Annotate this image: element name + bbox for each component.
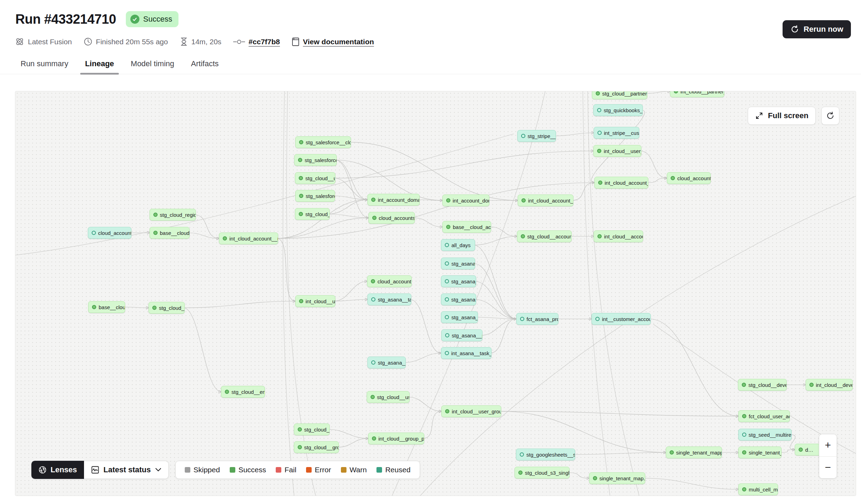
graph-node-label: stg_cloud_…: [304, 427, 330, 433]
graph-node[interactable]: stg_cloud__devel…: [738, 379, 787, 391]
graph-node-label: stg_cloud__devel…: [748, 382, 787, 388]
graph-node[interactable]: single_tenant_mapp…: [666, 446, 722, 458]
graph-node[interactable]: int_cloud__partner_con…: [670, 91, 724, 97]
graph-node[interactable]: stg_googlesheets__sin…: [516, 449, 575, 460]
graph-node-label: stg_asana__…: [451, 314, 478, 320]
graph-node[interactable]: stg_asana__…: [441, 311, 478, 323]
graph-node-label: stg_cloud__email…: [231, 389, 265, 395]
lenses-button[interactable]: Lenses: [31, 461, 84, 479]
graph-node-label: int_cloud_account__m…: [229, 236, 278, 242]
graph-node-label: stg_salesforce__cloud_…: [306, 139, 351, 145]
graph-node[interactable]: cloud_account…: [667, 172, 711, 184]
graph-node[interactable]: cloud_account…: [367, 275, 412, 287]
commit-hash-link[interactable]: #cc7f7b8: [249, 38, 280, 46]
graph-node[interactable]: int_account_dom…: [442, 194, 489, 206]
success-status-icon: [670, 450, 674, 455]
lineage-canvas[interactable]: stg_salesforce__cloud_…stg_salesforce_…s…: [15, 91, 856, 496]
graph-node[interactable]: int_cloud_account_ma…: [594, 177, 648, 189]
graph-node-label: int_asana__task_s…: [451, 350, 492, 356]
graph-node[interactable]: int_cloud__user_ac…: [593, 145, 641, 157]
graph-node[interactable]: stg_cloud_region…: [150, 209, 196, 221]
graph-node[interactable]: int_cloud__devel…: [806, 379, 853, 391]
graph-node[interactable]: int_asana__task_s…: [441, 347, 492, 359]
success-status-icon: [299, 194, 303, 198]
graph-node[interactable]: all_days: [441, 239, 475, 251]
legend-item-warn: Warn: [341, 466, 367, 474]
graph-node[interactable]: stg_asana__pr…: [441, 329, 482, 341]
reused-status-icon: [595, 317, 600, 321]
meta-docs: View documentation: [292, 37, 374, 46]
refresh-lineage-button[interactable]: [821, 107, 839, 125]
graph-node-label: single_tenant_…: [749, 450, 782, 456]
graph-node[interactable]: stg_cloud__group…: [294, 441, 339, 453]
graph-node[interactable]: stg_salesforce…: [295, 190, 335, 202]
graph-node[interactable]: int__customer_account…: [592, 313, 651, 325]
tab-run-summary[interactable]: Run summary: [20, 57, 69, 74]
graph-node[interactable]: stg_cloud__…: [295, 208, 330, 220]
graph-node[interactable]: cloud_accounts_…: [368, 212, 415, 224]
reused-status-icon: [742, 433, 746, 437]
success-status-icon: [521, 198, 526, 203]
graph-node-label: stg_cloud_…: [159, 305, 185, 311]
graph-node[interactable]: stg_cloud__partner_c…: [592, 91, 647, 99]
zoom-controls: + −: [819, 434, 837, 479]
graph-node[interactable]: fct_cloud_user_acc…: [738, 410, 790, 422]
graph-node[interactable]: stg_cloud__email…: [221, 386, 265, 398]
success-status-icon: [742, 383, 746, 387]
graph-node[interactable]: cloud_account…: [88, 227, 131, 239]
graph-node[interactable]: stg_seed__multireg…: [738, 429, 792, 441]
graph-node[interactable]: base__cloud_…: [150, 227, 190, 239]
graph-node[interactable]: stg_cloud_…: [148, 302, 185, 314]
graph-node[interactable]: base__cloud_acco…: [442, 221, 491, 233]
tab-artifacts[interactable]: Artifacts: [190, 57, 219, 74]
graph-node[interactable]: stg_asana_…: [441, 275, 476, 287]
graph-node[interactable]: int_cloud__us…: [295, 295, 335, 307]
graph-node[interactable]: stg_quickbooks__a…: [593, 104, 643, 116]
tab-lineage[interactable]: Lineage: [84, 57, 115, 74]
tab-model-timing[interactable]: Model timing: [130, 57, 175, 74]
graph-node[interactable]: int_cloud_account__m…: [219, 232, 278, 244]
graph-node-label: single_tenant_map…: [600, 475, 645, 481]
graph-node[interactable]: stg_cloud__us…: [367, 391, 410, 403]
success-status-icon: [298, 445, 302, 449]
graph-node-label: cloud_account…: [98, 230, 131, 236]
legend-swatch-success: [230, 467, 235, 473]
graph-node-label: int_cloud__user_group…: [452, 408, 501, 414]
graph-node[interactable]: multi_cell_m…: [738, 483, 778, 495]
graph-node[interactable]: stg_asana…: [441, 293, 476, 305]
lineage-edges: [15, 91, 856, 496]
graph-node-label: int_cloud__devel…: [816, 382, 853, 388]
graph-node[interactable]: stg_asana__…: [367, 357, 406, 368]
full-screen-button[interactable]: Full screen: [748, 107, 816, 125]
graph-node[interactable]: stg_cloud_s3_singl…: [515, 467, 570, 479]
lens-selector[interactable]: Latest status: [84, 461, 169, 479]
graph-node[interactable]: int_cloud_account_ma…: [518, 194, 573, 206]
graph-node[interactable]: fct_asana_proj…: [516, 313, 558, 325]
graph-node-label: cloud_account…: [378, 278, 412, 284]
graph-node[interactable]: stg_cloud_…: [294, 423, 330, 435]
graph-node[interactable]: base__clou…: [88, 301, 125, 313]
rerun-now-button[interactable]: Rerun now: [783, 20, 851, 38]
graph-node[interactable]: stg_salesforce_…: [294, 154, 337, 166]
graph-node[interactable]: int_cloud__user_group…: [441, 405, 501, 417]
run-lineage-page: Run #433214710 Success Latest Fusion: [0, 0, 861, 504]
graph-node[interactable]: stg_asana…: [441, 258, 475, 269]
zoom-in-button[interactable]: +: [819, 434, 837, 457]
graph-node[interactable]: int_stripe__custo…: [594, 127, 639, 139]
success-status-icon: [153, 213, 158, 217]
graph-node[interactable]: single_tenant_…: [738, 446, 782, 458]
graph-node[interactable]: stg_asana__tas…: [367, 293, 411, 305]
success-status-icon: [152, 306, 157, 310]
graph-node[interactable]: stg_cloud__us…: [295, 172, 335, 184]
graph-node[interactable]: single_tenant_map…: [589, 472, 645, 484]
graph-node[interactable]: int_cloud__accoun…: [594, 230, 643, 242]
graph-node[interactable]: stg_salesforce__cloud_…: [295, 136, 351, 148]
graph-node-label: int_cloud_account_ma…: [605, 180, 648, 186]
graph-node[interactable]: stg_cloud__accounts…: [517, 230, 572, 242]
graph-node[interactable]: stg_stripe__c…: [517, 130, 556, 142]
graph-node[interactable]: int_cloud__group_per…: [368, 433, 424, 444]
graph-node[interactable]: int_account_domain…: [367, 194, 420, 206]
legend-swatch-skipped: [185, 467, 190, 473]
view-documentation-link[interactable]: View documentation: [303, 38, 374, 46]
zoom-out-button[interactable]: −: [819, 457, 837, 479]
